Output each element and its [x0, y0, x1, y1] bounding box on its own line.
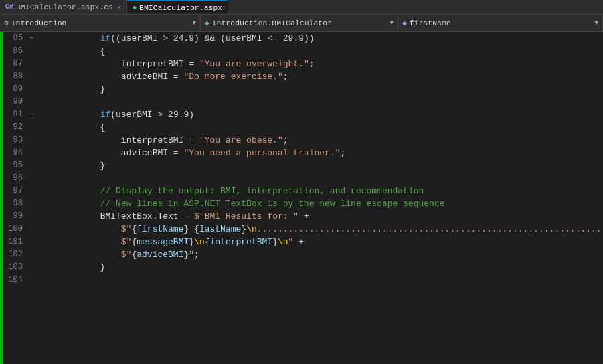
line-number: 98 [3, 197, 28, 210]
gutter-row: 85− [3, 32, 35, 45]
nav-member-text: firstName [410, 19, 451, 27]
scope-chevron-icon: ▼ [190, 20, 196, 27]
code-line [37, 96, 603, 108]
gutter-row: 102 [3, 248, 35, 261]
line-number: 88 [3, 70, 28, 83]
line-number: 100 [3, 223, 28, 236]
line-number: 103 [3, 261, 28, 274]
line-number: 93 [3, 134, 28, 147]
gutter-row: 97 [3, 185, 35, 197]
code-line: interpretBMI = "You are overweight."; [37, 58, 603, 70]
gutter-row: 92 [3, 121, 35, 134]
gutter-row: 86 [3, 45, 35, 58]
gutter-row: 103 [3, 261, 35, 274]
gutter-row: 95 [3, 159, 35, 172]
code-line: } [37, 83, 603, 96]
nav-member-dropdown[interactable]: ◆ firstName ▼ [398, 15, 603, 31]
code-line: $"{adviceBMI}"; [37, 248, 603, 261]
line-number: 89 [3, 83, 28, 96]
line-number: 94 [3, 147, 28, 159]
code-line: if(userBMI > 29.9) [37, 108, 603, 121]
editor-area: 85−868788899091−929394959697989910010110… [0, 32, 603, 364]
line-number: 97 [3, 185, 28, 197]
line-number: 87 [3, 58, 28, 70]
tab-bmicalculator-cs[interactable]: C# BMICalculator.aspx.cs ✕ [0, 0, 127, 14]
nav-bar: ⚙ Introduction ▼ ◆ Introduction.BMICalcu… [0, 15, 603, 32]
tab-label-aspx: BMICalculator.aspx [139, 3, 222, 12]
nav-class-dropdown[interactable]: ◆ Introduction.BMICalculator ▼ [201, 15, 398, 31]
gutter-row: 93 [3, 134, 35, 147]
member-chevron-icon: ▼ [592, 20, 598, 27]
line-number: 102 [3, 248, 28, 261]
line-number: 95 [3, 159, 28, 172]
close-tab-cs[interactable]: ✕ [117, 3, 121, 11]
scope-icon: ⚙ [4, 19, 9, 27]
line-number-gutter: 85−868788899091−929394959697989910010110… [3, 32, 35, 364]
code-line: interpretBMI = "You are obese."; [37, 134, 603, 147]
code-line: $"{messageBMI}\n{interpretBMI}\n" + [37, 236, 603, 248]
gutter-row: 87 [3, 58, 35, 70]
code-line: } [37, 159, 603, 172]
code-line [37, 172, 603, 185]
line-number: 92 [3, 121, 28, 134]
aspx-icon: ◆ [133, 3, 137, 11]
gutter-row: 88 [3, 70, 35, 83]
nav-scope-dropdown[interactable]: ⚙ Introduction ▼ [0, 15, 201, 31]
tab-bmicalculator-aspx[interactable]: ◆ BMICalculator.aspx [127, 0, 228, 14]
code-line: adviceBMI = "You need a personal trainer… [37, 147, 603, 159]
cs-icon: C# [5, 3, 13, 11]
gutter-row: 100 [3, 223, 35, 236]
code-line: // New lines in ASP.NET TextBox is by th… [37, 197, 603, 210]
nav-class-text: Introduction.BMICalculator [212, 19, 332, 27]
fold-indicator[interactable]: − [28, 35, 35, 42]
line-number: 104 [3, 274, 28, 286]
gutter-row: 98 [3, 197, 35, 210]
gutter-row: 91− [3, 108, 35, 121]
gutter-row: 101 [3, 236, 35, 248]
class-icon: ◆ [205, 19, 209, 27]
line-number: 90 [3, 96, 28, 108]
code-line: adviceBMI = "Do more exercise."; [37, 70, 603, 83]
line-number: 86 [3, 45, 28, 58]
code-editor[interactable]: if((userBMI > 24.9) && (userBMI <= 29.9)… [35, 32, 603, 364]
line-number: 96 [3, 172, 28, 185]
code-line: } [37, 261, 603, 274]
tab-label-cs: BMICalculator.aspx.cs [16, 3, 113, 11]
gutter-row: 94 [3, 147, 35, 159]
gutter-row: 104 [3, 274, 35, 286]
line-number: 85 [3, 32, 28, 45]
gutter-row: 99 [3, 210, 35, 223]
code-line: // Display the output: BMI, interpretati… [37, 185, 603, 197]
code-line: { [37, 121, 603, 134]
gutter-row: 90 [3, 96, 35, 108]
nav-scope-text: Introduction [11, 19, 67, 27]
code-line: $"{firstName} {lastName}\n..............… [37, 223, 603, 236]
member-icon: ◆ [402, 19, 407, 27]
fold-indicator[interactable]: − [28, 111, 35, 118]
code-line [37, 274, 603, 286]
line-number: 99 [3, 210, 28, 223]
gutter-row: 89 [3, 83, 35, 96]
code-line: { [37, 45, 603, 58]
class-chevron-icon: ▼ [387, 20, 394, 27]
code-line: if((userBMI > 24.9) && (userBMI <= 29.9)… [37, 32, 603, 45]
line-number: 91 [3, 108, 28, 121]
gutter-row: 96 [3, 172, 35, 185]
tab-bar: C# BMICalculator.aspx.cs ✕ ◆ BMICalculat… [0, 0, 603, 15]
line-number: 101 [3, 236, 28, 248]
code-line: BMITextBox.Text = $"BMI Results for: " + [37, 210, 603, 223]
